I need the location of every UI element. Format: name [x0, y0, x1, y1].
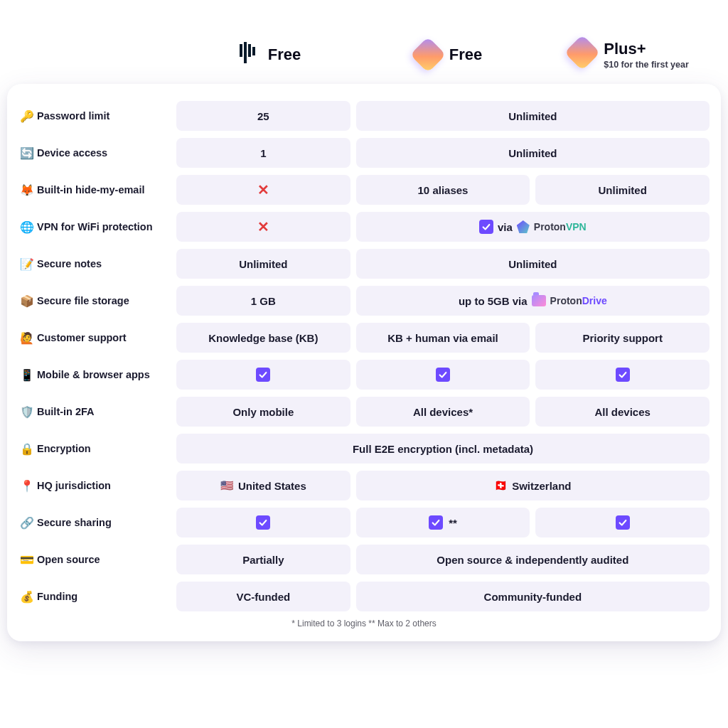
row-label-text: Device access — [37, 147, 107, 159]
cell: Knowledge base (KB) — [176, 323, 350, 353]
row-label-encryption: 🔒 Encryption — [18, 434, 171, 464]
via-text: via — [498, 221, 513, 233]
support-icon: 🙋 — [20, 331, 34, 345]
svg-rect-1 — [244, 42, 247, 63]
svg-rect-3 — [252, 47, 255, 55]
plan-column-b: Free — [361, 40, 536, 70]
table-row: 📍 HQ jurisdiction 🇺🇸 United States 🇨🇭 Sw… — [18, 471, 710, 500]
cell: ** — [356, 508, 530, 537]
table-row: 🔄 Device access 1 Unlimited — [18, 138, 710, 168]
row-label-text: VPN for WiFi protection — [37, 221, 153, 232]
footnotes: * Limited to 3 logins ** Max to 2 others — [18, 619, 710, 628]
row-label-text: Funding — [37, 591, 77, 602]
check-icon — [616, 515, 630, 530]
cell — [535, 360, 710, 390]
table-row: 💰 Funding VC-funded Community-funded — [18, 582, 710, 611]
cell: Unlimited — [535, 175, 710, 205]
check-icon — [429, 515, 443, 530]
cell: Full E2E encryption (incl. metadata) — [176, 434, 710, 464]
cell: 10 aliases — [356, 175, 530, 205]
proton-drive-badge: ProtonDrive — [532, 295, 607, 306]
proton-vpn-badge: ProtonVPN — [517, 220, 587, 233]
row-label-opensource: 💳 Open source — [18, 545, 171, 574]
cross-icon: ✕ — [257, 218, 269, 235]
cell — [535, 508, 710, 537]
row-label-vpn: 🌐 VPN for WiFi protection — [18, 212, 171, 242]
table-row: 🔑 Password limit 25 Unlimited — [18, 101, 710, 131]
ch-flag-icon: 🇨🇭 — [494, 479, 508, 492]
cell-text: United States — [238, 480, 306, 492]
cell: VC-funded — [176, 582, 350, 611]
cell: Unlimited — [356, 138, 710, 168]
plan-a-title: Free — [268, 46, 301, 64]
pin-icon: 📍 — [20, 479, 34, 493]
lock-icon: 🔒 — [20, 442, 34, 456]
plan-b-title: Free — [449, 46, 482, 64]
card-icon: 💳 — [20, 553, 34, 567]
row-label-device-access: 🔄 Device access — [18, 138, 171, 168]
row-label-text: Mobile & browser apps — [37, 369, 150, 380]
plan-c-subtitle: $10 for the first year — [604, 60, 689, 70]
cell: Partially — [176, 545, 350, 574]
money-icon: 💰 — [20, 590, 34, 604]
link-icon: 🔗 — [20, 516, 34, 530]
row-label-2fa: 🛡️ Built-in 2FA — [18, 397, 171, 427]
cell: 1 — [176, 138, 350, 168]
proton-drive-icon — [532, 295, 546, 306]
row-label-text: Password limit — [37, 110, 109, 122]
cell: 25 — [176, 101, 350, 131]
cell: Priority support — [535, 323, 710, 353]
row-label-notes: 📝 Secure notes — [18, 249, 171, 279]
table-row: 🦊 Built-in hide-my-email ✕ 10 aliases Un… — [18, 175, 710, 205]
svg-rect-2 — [248, 44, 251, 57]
check-icon — [256, 368, 270, 382]
cell: Open source & independently audited — [356, 545, 710, 574]
table-row: 🙋 Customer support Knowledge base (KB) K… — [18, 323, 710, 353]
cell: Only mobile — [176, 397, 350, 427]
cell — [356, 360, 530, 390]
cell: via ProtonVPN — [356, 212, 710, 242]
table-row: 🔗 Secure sharing ** — [18, 508, 710, 537]
sync-icon: 🔄 — [20, 146, 34, 160]
row-label-support: 🙋 Customer support — [18, 323, 171, 353]
us-flag-icon: 🇺🇸 — [220, 479, 234, 492]
phone-icon: 📱 — [20, 368, 34, 382]
cell: All devices* — [356, 397, 530, 427]
row-label-text: Built-in hide-my-email — [37, 184, 144, 196]
cell: up to 5GB via ProtonDrive — [356, 286, 710, 316]
cell: ✕ — [176, 175, 350, 205]
mask-icon: 🦊 — [20, 183, 34, 197]
plans-header: Free Free Plus+ $10 for the first year — [0, 0, 728, 84]
shield-icon: 🛡️ — [20, 405, 34, 419]
cell — [176, 508, 350, 537]
footnote-marker: ** — [449, 517, 457, 529]
row-label-text: HQ jurisdiction — [37, 480, 111, 491]
plan-column-c: Plus+ $10 for the first year — [542, 40, 717, 70]
proton-pass-icon — [564, 35, 601, 71]
check-icon — [479, 220, 493, 234]
cell: 1 GB — [176, 286, 350, 316]
cell: Unlimited — [356, 101, 710, 131]
row-label-password-limit: 🔑 Password limit — [18, 101, 171, 131]
cell: 🇺🇸 United States — [176, 471, 350, 500]
row-label-text: Customer support — [37, 332, 127, 343]
row-label-text: Built-in 2FA — [37, 406, 95, 417]
cell — [176, 360, 350, 390]
row-label-hide-email: 🦊 Built-in hide-my-email — [18, 175, 171, 205]
table-row: 💳 Open source Partially Open source & in… — [18, 545, 710, 574]
row-label-text: Secure notes — [37, 258, 102, 269]
cell: KB + human via email — [356, 323, 530, 353]
cell: Unlimited — [176, 249, 350, 279]
check-icon — [616, 368, 630, 382]
table-row: 🌐 VPN for WiFi protection ✕ via ProtonVP… — [18, 212, 710, 242]
notes-icon: 📝 — [20, 257, 34, 271]
proton-vpn-icon — [517, 220, 530, 233]
cell: ✕ — [176, 212, 350, 242]
table-row: 📱 Mobile & browser apps — [18, 360, 710, 390]
row-label-text: Encryption — [37, 443, 91, 454]
row-label-hq: 📍 HQ jurisdiction — [18, 471, 171, 500]
cell: All devices — [535, 397, 710, 427]
table-row: 🛡️ Built-in 2FA Only mobile All devices*… — [18, 397, 710, 427]
plan-c-title: Plus+ — [604, 40, 689, 58]
check-icon — [256, 515, 270, 530]
